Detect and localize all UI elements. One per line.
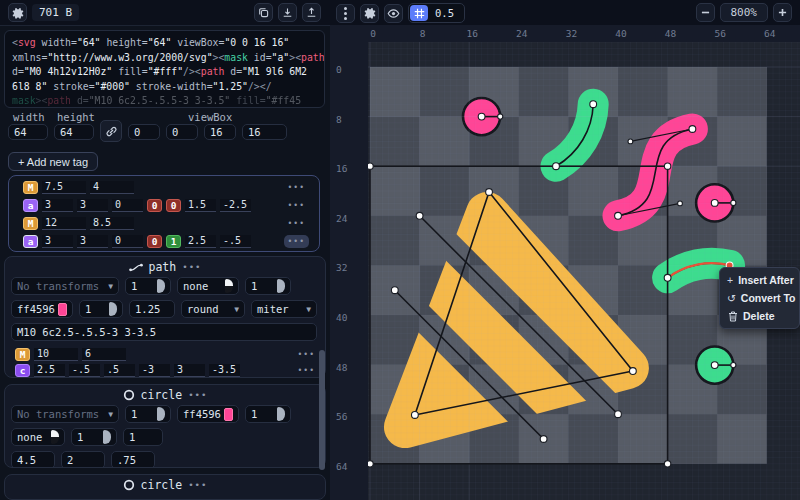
anchor-point[interactable] — [486, 189, 493, 196]
command-value-input[interactable]: 2.5 — [185, 235, 216, 248]
grid-snap-button[interactable] — [410, 5, 428, 21]
circle2-section-header[interactable]: circle ••• — [5, 475, 325, 495]
grid-size-value[interactable]: 0.5 — [429, 7, 462, 19]
anchor-point[interactable] — [615, 411, 622, 418]
row-menu-button[interactable]: ••• — [294, 364, 319, 377]
link-dimensions-button[interactable] — [100, 120, 122, 142]
anchor-point[interactable] — [498, 114, 503, 119]
path-misc-input[interactable]: 1 — [245, 277, 291, 295]
circle-transforms-select[interactable]: No transforms▼ — [11, 405, 119, 423]
row-menu-button[interactable]: ••• — [284, 235, 309, 248]
anchor-point[interactable] — [411, 412, 418, 419]
anchor-point[interactable] — [540, 436, 547, 443]
anchor-point[interactable] — [664, 461, 670, 467]
width-input[interactable]: 64 — [8, 124, 48, 140]
path-linecap-select[interactable]: round▼ — [181, 300, 245, 318]
anchor-point[interactable] — [664, 274, 671, 281]
fill-color-swatch[interactable] — [58, 303, 67, 316]
command-value-input[interactable]: 10 — [34, 348, 78, 361]
command-row[interactable]: M106••• — [5, 346, 325, 362]
command-value-input[interactable]: 3 — [42, 199, 73, 212]
command-value-input[interactable]: 2.5 — [34, 364, 65, 377]
height-input[interactable]: 64 — [54, 124, 94, 140]
viewbox-h-input[interactable]: 16 — [242, 124, 287, 140]
drag-handle[interactable] — [277, 407, 285, 421]
drag-handle[interactable] — [51, 430, 59, 444]
copy-button[interactable] — [254, 3, 273, 22]
drag-handle[interactable] — [109, 302, 117, 316]
command-value-input[interactable]: .5 — [104, 364, 135, 377]
anchor-point[interactable] — [689, 126, 696, 133]
context-menu-item-insert-after[interactable]: +Insert After — [720, 271, 799, 289]
canvas-menu-button[interactable] — [336, 4, 355, 23]
arc-flag-toggle[interactable]: 0 — [166, 199, 181, 212]
anchor-point[interactable] — [478, 113, 485, 120]
anchor-point[interactable] — [711, 200, 718, 207]
command-value-input[interactable]: 3 — [174, 364, 205, 377]
anchor-point[interactable] — [629, 368, 636, 375]
command-value-input[interactable]: 0 — [112, 235, 143, 248]
command-value-input[interactable]: 12 — [42, 217, 86, 230]
command-row[interactable]: M128.5••• — [13, 214, 315, 232]
fill-color-swatch[interactable] — [224, 408, 233, 421]
command-letter-badge[interactable]: c — [15, 364, 30, 377]
command-row[interactable]: M7.54••• — [13, 178, 315, 196]
command-value-input[interactable]: -.5 — [69, 364, 100, 377]
command-value-input[interactable]: 8.5 — [90, 217, 134, 230]
anchor-point[interactable] — [615, 212, 622, 219]
viewbox-x-input[interactable]: 0 — [128, 124, 160, 140]
command-value-input[interactable]: 6 — [82, 348, 126, 361]
drag-handle[interactable] — [103, 430, 111, 444]
anchor-point[interactable] — [416, 212, 423, 219]
circle2-section-menu[interactable]: ••• — [188, 480, 207, 490]
upload-button[interactable] — [302, 3, 321, 22]
path-section-menu[interactable]: ••• — [182, 262, 201, 272]
path-d-input[interactable]: M10 6c2.5-.5.5-3 3-3.5 — [11, 323, 317, 341]
command-row[interactable]: c2.5-.5.5-33-3.5••• — [5, 362, 325, 378]
path-opacity-input[interactable]: 1 — [125, 277, 171, 295]
anchor-point[interactable] — [711, 362, 718, 369]
circle-stroke-input[interactable]: none — [11, 428, 65, 446]
path-section-header[interactable]: path ••• — [5, 257, 325, 277]
command-letter-badge[interactable]: M — [23, 217, 38, 230]
canvas-viewport[interactable]: 08162432404856640816243240485664 — [330, 25, 800, 500]
command-value-input[interactable]: -2.5 — [220, 199, 251, 212]
command-letter-badge[interactable]: a — [23, 235, 38, 248]
viewbox-w-input[interactable]: 16 — [204, 124, 236, 140]
command-value-input[interactable]: 3 — [42, 235, 73, 248]
command-letter-badge[interactable]: M — [15, 348, 30, 361]
arc-flag-toggle[interactable]: 0 — [147, 199, 162, 212]
drag-handle[interactable] — [157, 407, 165, 421]
path-linejoin-select[interactable]: miter▼ — [251, 300, 317, 318]
command-letter-badge[interactable]: M — [23, 181, 38, 194]
command-value-input[interactable]: -3 — [139, 364, 170, 377]
anchor-point[interactable] — [553, 163, 560, 170]
anchor-point[interactable] — [678, 201, 683, 206]
context-menu-item-convert-to[interactable]: ↺Convert To — [720, 289, 799, 307]
command-value-input[interactable]: 4 — [90, 181, 134, 194]
zoom-level[interactable]: 800% — [720, 3, 769, 22]
command-value-input[interactable]: -.5 — [220, 235, 251, 248]
path-stroke-select[interactable]: none — [177, 277, 239, 295]
circle-opacity-input[interactable]: 1 — [125, 405, 171, 423]
add-new-tag-button[interactable]: + Add new tag — [8, 152, 98, 171]
drag-handle[interactable] — [225, 279, 233, 293]
path-stroke-width-input[interactable]: 1.25 — [129, 300, 175, 318]
command-letter-badge[interactable]: a — [23, 199, 38, 212]
row-menu-button[interactable]: ••• — [284, 199, 309, 212]
anchor-point[interactable] — [731, 362, 736, 367]
command-value-input[interactable]: 0 — [112, 199, 143, 212]
path-fill-input[interactable]: ff4596 — [11, 300, 73, 318]
circle-stroke-width-input[interactable]: 1 — [123, 428, 163, 446]
circle-section-menu[interactable]: ••• — [188, 390, 207, 400]
row-menu-button[interactable]: ••• — [284, 217, 309, 230]
viewbox-y-input[interactable]: 0 — [166, 124, 198, 140]
command-value-input[interactable]: -3.5 — [209, 364, 240, 377]
anchor-point[interactable] — [628, 139, 633, 144]
circle-stroke-opacity-input[interactable]: 1 — [71, 428, 117, 446]
path-fill-opacity-input[interactable]: 1 — [79, 300, 123, 318]
circle-cy-input[interactable]: 2 — [61, 451, 105, 468]
command-row[interactable]: a330001.5-2.5••• — [13, 196, 315, 214]
drag-handle[interactable] — [277, 279, 285, 293]
code-editor[interactable]: <svg width="64" height="64" viewBox="0 0… — [4, 30, 325, 108]
